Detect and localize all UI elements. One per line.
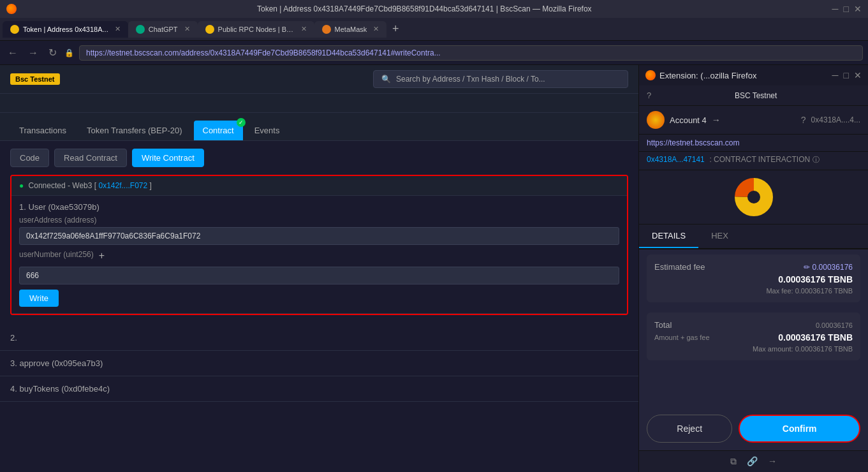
mm-interaction-label: : CONTRACT INTERACTION — [709, 155, 810, 164]
function-1-title: 1. User (0xae53079b) — [19, 202, 619, 212]
contract-tab-read[interactable]: Read Contract — [54, 149, 127, 167]
contract-tab-code[interactable]: Code — [10, 149, 49, 167]
tab-bscscan[interactable]: Token | Address 0x4318A... ✕ — [3, 21, 128, 38]
tab-label-bscscan: Token | Address 0x4318A... — [23, 26, 108, 33]
user-address-label: userAddress (address) — [19, 216, 619, 225]
mm-total-sublabel: Amount + gas fee — [654, 334, 710, 341]
tab-label-metamask: MetaMask — [335, 26, 367, 33]
tab-rpc[interactable]: Public RPC Nodes | BscSc... ✕ — [198, 21, 314, 38]
mm-arrow-right-icon[interactable]: → — [768, 456, 777, 467]
tab-token-transfers[interactable]: Token Transfers (BEP-20) — [78, 121, 191, 140]
mm-copy-icon[interactable]: ⧉ — [730, 456, 737, 467]
mm-fee-value-eth: 0.00036176 — [813, 263, 853, 272]
mm-account-icon — [647, 111, 665, 129]
mm-account-left: Account 4 → — [647, 111, 721, 129]
reject-button[interactable]: Reject — [647, 415, 732, 443]
close-icon[interactable]: ✕ — [854, 4, 862, 14]
contract-tab-write[interactable]: Write Contract — [132, 149, 204, 167]
function-2-item[interactable]: 2. — [0, 325, 638, 351]
mm-fee-label-row: Estimated fee ✏ 0.00036176 — [654, 262, 853, 272]
tab-favicon-chatgpt — [136, 25, 145, 34]
back-button[interactable]: ← — [5, 47, 20, 59]
bscscan-content: Bsc Testnet 🔍 Search by Address / Txn Ha… — [0, 65, 638, 472]
page-tabs: Transactions Token Transfers (BEP-20) Co… — [0, 113, 638, 141]
tab-close-metamask[interactable]: ✕ — [373, 25, 379, 33]
mm-close-icon[interactable]: ✕ — [854, 70, 862, 80]
mm-info-icon[interactable]: ⓘ — [813, 156, 820, 163]
main-layout: Bsc Testnet 🔍 Search by Address / Txn Ha… — [0, 65, 868, 472]
mm-account-right: ? 0x4318A....4... — [801, 115, 860, 125]
mm-title-controls: ─ □ ✕ — [832, 70, 862, 80]
mm-url-bar: https://testnet.bscscan.com — [639, 135, 868, 152]
mm-account-arrow[interactable]: → — [712, 115, 721, 125]
firefox-icon — [6, 4, 17, 14]
function-1-number: 1. — [19, 202, 26, 212]
mm-fee-tbnb-value: 0.00036176 TBNB — [778, 274, 853, 284]
tab-close-bscscan[interactable]: ✕ — [115, 25, 121, 33]
mm-fee-tbnb-row: 0.00036176 TBNB — [654, 274, 853, 284]
mm-question-left: ? — [647, 91, 651, 100]
mm-firefox-icon — [645, 70, 656, 80]
user-number-input[interactable] — [19, 267, 619, 284]
mm-fee-edit[interactable]: ✏ 0.00036176 — [804, 263, 853, 272]
minimize-icon[interactable]: ─ — [832, 4, 839, 14]
function-4-item[interactable]: 4. buyTokens (0xd0febe4c) — [0, 376, 638, 402]
mm-tab-details[interactable]: DETAILS — [639, 225, 698, 248]
function-1-fullname: User (0xae53079b) — [28, 202, 99, 212]
mm-minimize-icon[interactable]: ─ — [832, 70, 839, 80]
mm-account-bar: Account 4 → ? 0x4318A....4... — [639, 106, 868, 135]
mm-actions: Reject Confirm — [639, 407, 868, 450]
tab-favicon-metamask — [322, 25, 331, 34]
url-input[interactable] — [79, 45, 863, 61]
tab-chatgpt[interactable]: ChatGPT ✕ — [128, 21, 198, 38]
tab-transactions[interactable]: Transactions — [10, 121, 75, 140]
user-address-input[interactable] — [19, 227, 619, 245]
plus-icon[interactable]: + — [99, 250, 105, 262]
mm-link-icon[interactable]: 🔗 — [747, 456, 758, 467]
tab-close-chatgpt[interactable]: ✕ — [184, 25, 190, 33]
mm-footer: ⧉ 🔗 → — [639, 450, 868, 472]
tab-label-chatgpt: ChatGPT — [149, 26, 178, 33]
url-bar: ← → ↻ 🔒 — [0, 41, 868, 65]
tab-metamask[interactable]: MetaMask ✕ — [314, 21, 387, 38]
search-bar[interactable]: 🔍 Search by Address / Txn Hash / Block /… — [373, 70, 628, 88]
connected-text: Connected - Web3 [ — [29, 181, 97, 190]
confirm-button[interactable]: Confirm — [739, 415, 860, 443]
maximize-icon[interactable]: □ — [844, 4, 849, 14]
connected-link[interactable]: 0x142f....F072 — [98, 181, 147, 190]
contract-section: ● Connected - Web3 [ 0x142f....F072 ] 1.… — [10, 175, 628, 315]
user-address-row — [19, 227, 619, 245]
write-button[interactable]: Write — [19, 290, 59, 307]
mm-site-url: https://testnet.bscscan.com — [647, 138, 739, 147]
mm-question-icon: ? — [801, 115, 806, 125]
window-controls: ─ □ ✕ — [832, 4, 862, 14]
tab-events[interactable]: Events — [246, 121, 289, 140]
reload-button[interactable]: ↻ — [46, 47, 59, 59]
forward-button[interactable]: → — [26, 47, 41, 59]
function-3-item[interactable]: 3. approve (0x095ea7b3) — [0, 351, 638, 376]
new-tab-button[interactable]: + — [386, 20, 404, 38]
mm-interaction-bar: 0x4318A...47141 : CONTRACT INTERACTION ⓘ — [639, 152, 868, 170]
mm-total-tbnb-row: Amount + gas fee 0.00036176 TBNB — [654, 332, 853, 343]
user-number-label-row: userNumber (uint256) + — [19, 250, 619, 262]
mm-title-bar: Extension: (...ozilla Firefox ─ □ ✕ — [639, 65, 868, 85]
mm-total-section: Total 0.00036176 Amount + gas fee 0.0003… — [647, 313, 860, 360]
mm-tab-hex[interactable]: HEX — [698, 225, 741, 248]
tab-label-rpc: Public RPC Nodes | BscSc... — [218, 26, 295, 33]
user-number-label: userNumber (uint256) — [19, 250, 94, 259]
mm-maximize-icon[interactable]: □ — [844, 70, 849, 80]
mm-estimated-fee-section: Estimated fee ✏ 0.00036176 0.00036176 TB… — [647, 254, 860, 302]
tab-bar: Token | Address 0x4318A... ✕ ChatGPT ✕ P… — [0, 18, 868, 41]
mm-contract-ref[interactable]: 0x4318A...47141 — [647, 155, 705, 164]
network-badge: Bsc Testnet — [10, 73, 60, 85]
address-bar-area — [0, 94, 638, 113]
metamask-panel: Extension: (...ozilla Firefox ─ □ ✕ ? BS… — [638, 65, 868, 472]
function-1-item: 1. User (0xae53079b) userAddress (addres… — [11, 196, 627, 314]
mm-total-label-row: Total 0.00036176 — [654, 320, 853, 330]
tab-close-rpc[interactable]: ✕ — [301, 25, 307, 33]
mm-chart-area — [639, 170, 868, 225]
tab-contract[interactable]: Contract — [194, 121, 243, 140]
mm-title-text: Extension: (...ozilla Firefox — [659, 71, 756, 80]
mm-network-header: ? BSC Testnet — [639, 85, 868, 106]
search-placeholder: Search by Address / Txn Hash / Block / T… — [396, 75, 545, 84]
